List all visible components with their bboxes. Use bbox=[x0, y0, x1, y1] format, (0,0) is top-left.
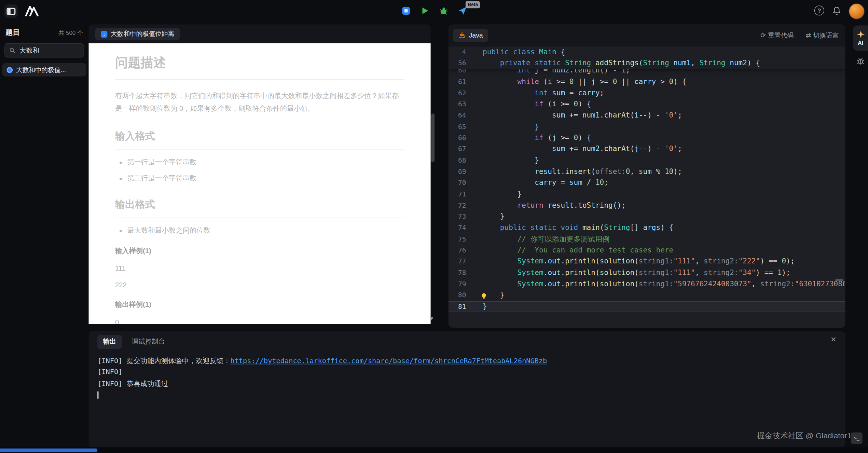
code-line-67[interactable]: 67 sum += num2.charAt(j--) - '0'; bbox=[449, 143, 845, 155]
code-text[interactable]: sum += num2.charAt(j--) - '0'; bbox=[473, 143, 845, 155]
code-area[interactable]: 60 int j = num2.length() - 1;61 while (i… bbox=[449, 46, 845, 328]
code-line-56[interactable]: 56 private static String addStrings(Stri… bbox=[449, 58, 845, 69]
code-line-68[interactable]: 68 } bbox=[449, 155, 845, 166]
line-number[interactable]: 76 bbox=[449, 245, 473, 256]
line-number[interactable]: 74 bbox=[449, 222, 473, 234]
code-text[interactable]: public static void main(String[] args) { bbox=[473, 222, 845, 234]
code-line-79[interactable]: 79 System.out.println(solution(string1:"… bbox=[449, 278, 845, 290]
code-token bbox=[483, 257, 517, 265]
line-number[interactable]: 75 bbox=[449, 233, 473, 245]
code-text[interactable]: System.out.println(solution(string1:"111… bbox=[473, 267, 845, 278]
language-tab-java[interactable]: Java bbox=[453, 29, 488, 42]
code-line-74[interactable]: 74 public static void main(String[] args… bbox=[449, 222, 845, 234]
code-text[interactable]: System.out.println(solution(string1:"597… bbox=[473, 278, 845, 290]
reset-code-button[interactable]: ⟳ 重置代码 bbox=[760, 31, 794, 40]
terminal-icon[interactable]: >_ bbox=[851, 433, 863, 444]
code-line-66[interactable]: 66 if (j >= 0) { bbox=[449, 132, 845, 143]
code-line-65[interactable]: 65 } bbox=[449, 121, 845, 133]
code-text[interactable]: } bbox=[473, 290, 845, 301]
code-text[interactable]: // You can add more test cases here bbox=[473, 245, 845, 256]
line-number[interactable]: 72 bbox=[449, 200, 473, 211]
notifications-button[interactable] bbox=[831, 5, 841, 15]
problem-tab[interactable]: ↓ 大数和中的极值位距离 bbox=[95, 28, 180, 40]
sidebar-item-problem[interactable]: 大数和中的极值... bbox=[2, 63, 86, 77]
search-input[interactable] bbox=[18, 46, 79, 55]
run-button[interactable] bbox=[401, 5, 411, 15]
line-number[interactable]: 77 bbox=[449, 256, 473, 267]
tab-output[interactable]: 输出 bbox=[97, 335, 122, 349]
line-number[interactable]: 80 bbox=[449, 290, 473, 301]
lightbulb-icon[interactable] bbox=[481, 292, 487, 298]
code-line-71[interactable]: 71 } bbox=[449, 189, 845, 200]
code-text[interactable]: result.insert(offset:0, sum % 10); bbox=[473, 166, 845, 177]
switch-language-button[interactable]: ⇄ 切换语言 bbox=[805, 31, 839, 40]
line-number[interactable]: 65 bbox=[449, 121, 473, 133]
avatar[interactable] bbox=[849, 3, 865, 19]
code-line-81[interactable]: 81} bbox=[449, 301, 845, 312]
doc-scrollbar-thumb[interactable] bbox=[431, 113, 435, 162]
code-line-73[interactable]: 73 } bbox=[449, 211, 845, 222]
line-number[interactable]: 67 bbox=[449, 143, 473, 155]
code-line-64[interactable]: 64 sum += num1.charAt(i--) - '0'; bbox=[449, 110, 845, 121]
line-number[interactable]: 64 bbox=[449, 110, 473, 121]
code-line-75[interactable]: 75 // 你可以添加更多测试用例 bbox=[449, 233, 845, 245]
code-text[interactable]: // 你可以添加更多测试用例 bbox=[473, 233, 845, 245]
line-number[interactable]: 56 bbox=[449, 58, 473, 69]
line-number[interactable]: 79 bbox=[449, 278, 473, 290]
code-line-63[interactable]: 63 if (i >= 0) { bbox=[449, 99, 845, 110]
code-line-70[interactable]: 70 carry = sum / 10; bbox=[449, 177, 845, 189]
tab-debug-console[interactable]: 调试控制台 bbox=[132, 337, 165, 347]
code-line-76[interactable]: 76 // You can add more test cases here bbox=[449, 245, 845, 256]
play-button[interactable] bbox=[419, 5, 429, 15]
editor-scrollbar-thumb[interactable] bbox=[835, 279, 843, 281]
feedback-link[interactable]: https://bytedance.larkoffice.com/share/b… bbox=[230, 357, 547, 365]
line-number[interactable]: 73 bbox=[449, 211, 473, 222]
code-text[interactable]: sum += num1.charAt(i--) - '0'; bbox=[473, 110, 845, 121]
line-number[interactable]: 62 bbox=[449, 87, 473, 99]
code-line-78[interactable]: 78 System.out.println(solution(string1:"… bbox=[449, 267, 845, 278]
code-text[interactable]: carry = sum / 10; bbox=[473, 177, 845, 189]
help-button[interactable]: ? bbox=[814, 5, 824, 15]
line-number[interactable]: 4 bbox=[449, 46, 473, 58]
code-text[interactable]: } bbox=[473, 189, 845, 200]
code-text[interactable]: int j = num2.length() - 1; bbox=[473, 69, 845, 76]
code-text[interactable]: } bbox=[473, 301, 845, 312]
code-text[interactable]: private static String addStrings(String … bbox=[473, 58, 845, 69]
code-text[interactable]: } bbox=[473, 155, 845, 166]
code-text[interactable]: return result.toString(); bbox=[473, 200, 845, 211]
code-text[interactable]: } bbox=[473, 121, 845, 133]
line-number[interactable]: 60 bbox=[449, 69, 473, 76]
code-text[interactable]: if (i >= 0) { bbox=[473, 99, 845, 110]
chevron-down-icon[interactable]: ▾ bbox=[430, 315, 433, 322]
feedback-bug-button[interactable] bbox=[854, 55, 866, 67]
sidebar-toggle-button[interactable] bbox=[4, 4, 18, 18]
code-text[interactable]: } bbox=[473, 211, 845, 222]
line-number[interactable]: 63 bbox=[449, 99, 473, 110]
line-number[interactable]: 61 bbox=[449, 76, 473, 87]
code-line-80[interactable]: 80 } bbox=[449, 290, 845, 301]
ai-assistant-button[interactable]: AI bbox=[853, 26, 868, 51]
line-number[interactable]: 71 bbox=[449, 189, 473, 200]
close-icon[interactable]: ✕ bbox=[830, 335, 837, 344]
debug-button[interactable] bbox=[438, 5, 448, 15]
marscode-logo-icon[interactable] bbox=[24, 4, 40, 18]
line-number[interactable]: 68 bbox=[449, 155, 473, 166]
code-line-77[interactable]: 77 System.out.println(solution(string1:"… bbox=[449, 256, 845, 267]
line-number[interactable]: 78 bbox=[449, 267, 473, 278]
line-number[interactable]: 69 bbox=[449, 166, 473, 177]
code-text[interactable]: System.out.println(solution(string1:"111… bbox=[473, 256, 845, 267]
code-line-60[interactable]: 60 int j = num2.length() - 1; bbox=[449, 69, 845, 76]
code-text[interactable]: int sum = carry; bbox=[473, 87, 845, 99]
line-number[interactable]: 66 bbox=[449, 132, 473, 143]
code-line-72[interactable]: 72 return result.toString(); bbox=[449, 200, 845, 211]
code-line-61[interactable]: 61 while (i >= 0 || j >= 0 || carry > 0)… bbox=[449, 76, 845, 87]
code-line-69[interactable]: 69 result.insert(offset:0, sum % 10); bbox=[449, 166, 845, 177]
line-number[interactable]: 81 bbox=[449, 301, 473, 312]
code-line-62[interactable]: 62 int sum = carry; bbox=[449, 87, 845, 99]
line-number[interactable]: 70 bbox=[449, 177, 473, 189]
code-text[interactable]: public class Main { bbox=[473, 46, 845, 58]
code-line-4[interactable]: 4public class Main { bbox=[449, 46, 845, 58]
search-box[interactable] bbox=[4, 43, 84, 57]
code-text[interactable]: while (i >= 0 || j >= 0 || carry > 0) { bbox=[473, 76, 845, 87]
code-text[interactable]: if (j >= 0) { bbox=[473, 132, 845, 143]
